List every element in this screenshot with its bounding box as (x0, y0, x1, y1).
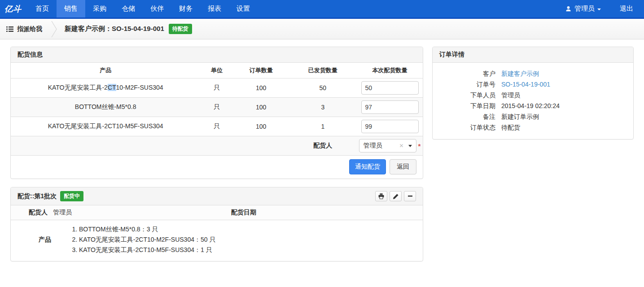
notify-dispatch-button[interactable]: 通知配货 (349, 159, 386, 174)
user-menu[interactable]: 管理员 (558, 0, 608, 17)
batch-status-badge: 配货中 (60, 191, 83, 201)
dispatch-table-header: 产品 单位 订单数量 已发货数量 本次配货数量 (11, 63, 423, 78)
batch-product-item: KATO无尾安装工具-2CT10-M2F-SUS304：50 只 (79, 235, 215, 245)
right-column: 订单详情 客户新建客户示例订单号SO-15-04-19-001下单人员管理员下单… (432, 47, 634, 139)
order-field-row: 客户新建客户示例 (439, 68, 626, 79)
batch-meta-row: 配货人 管理员 配货日期 (11, 205, 423, 220)
batch-product-item: KATO无尾安装工具-2CT10-M5F-SUS304：1 只 (79, 245, 215, 255)
back-button[interactable]: 返回 (390, 159, 416, 174)
list-icon (6, 26, 13, 32)
shipped-qty-cell: 1 (289, 121, 357, 132)
nav-item-finance[interactable]: 财务 (171, 0, 200, 17)
field-label: 订单状态 (439, 122, 495, 133)
nav-item-reports[interactable]: 报表 (200, 0, 229, 17)
dispatch-buttons-row: 通知配货 返回 (11, 156, 423, 178)
batch-products-label: 产品 (11, 236, 51, 244)
column-header-unit: 单位 (200, 63, 233, 78)
field-label: 订单号 (439, 79, 495, 90)
batch-panel: 配货::第1批次 配货中 (10, 187, 423, 261)
page-title: 新建客户示例：SO-15-04-19-001 (65, 25, 164, 33)
order-field-row: 备注新建订单示例 (439, 111, 626, 122)
product-row: KATO无尾安装工具-2CT10-M2F-SUS304只10050 (11, 78, 423, 98)
column-header-ordered-qty: 订单数量 (233, 63, 289, 78)
clear-icon[interactable]: ✕ (399, 143, 404, 149)
qty-input[interactable] (361, 81, 419, 95)
nav-item-warehouse[interactable]: 仓储 (114, 0, 143, 17)
nav-item-home[interactable]: 首页 (28, 0, 57, 17)
field-value: 新建订单示例 (501, 111, 626, 122)
left-column: 配货信息 产品 单位 订单数量 已发货数量 本次配货数量 KATO无尾安装工具-… (10, 47, 423, 261)
product-name-cell: KATO无尾安装工具-2CT10-M5F-SUS304 (11, 121, 200, 132)
logout-button[interactable]: 退出 (608, 0, 644, 17)
order-field-row: 订单号SO-15-04-19-001 (439, 79, 626, 90)
order-field-row: 下单人员管理员 (439, 90, 626, 100)
column-header-shipped-qty: 已发货数量 (289, 63, 357, 78)
field-label: 备注 (439, 111, 495, 122)
dispatch-info-panel: 配货信息 产品 单位 订单数量 已发货数量 本次配货数量 KATO无尾安装工具-… (10, 47, 423, 179)
unit-cell: 只 (200, 82, 233, 94)
field-value: 2015-04-19 02:20:24 (501, 100, 626, 111)
order-field-row: 订单状态待配货 (439, 122, 626, 133)
dispatch-qty-cell (357, 118, 423, 135)
chevron-separator-icon (51, 20, 57, 38)
minus-icon (408, 196, 412, 197)
order-panel-title: 订单详情 (433, 47, 633, 63)
ordered-qty-cell: 100 (233, 102, 289, 113)
dispatch-rows: KATO无尾安装工具-2CT10-M2F-SUS304只10050BOTTOM丝… (11, 78, 423, 136)
assigned-to-me-link[interactable]: 指派给我 (6, 25, 42, 33)
required-asterisk: * (418, 142, 421, 150)
product-name-text: BOTTOM丝锥-M5*0.8 (75, 103, 136, 110)
batch-panel-title: 配货::第1批次 (18, 192, 57, 200)
field-value-link[interactable]: 新建客户示例 (501, 68, 626, 79)
field-label: 下单日期 (439, 100, 495, 111)
ordered-qty-cell: 100 (233, 121, 289, 132)
nav-items: 首页销售采购仓储伙伴财务报表设置 (28, 0, 258, 17)
nav-item-purchase[interactable]: 采购 (85, 0, 114, 17)
product-name-text: KATO无尾安装工具-2CT10-M5F-SUS304 (48, 122, 163, 130)
selected-text: CT (108, 84, 116, 91)
column-header-product: 产品 (11, 63, 200, 78)
picker-label: 配货人 (289, 142, 357, 150)
product-row: KATO无尾安装工具-2CT10-M5F-SUS304只1001 (11, 117, 423, 136)
chevron-down-icon (597, 9, 601, 10)
product-name-cell: KATO无尾安装工具-2CT10-M2F-SUS304 (11, 82, 200, 94)
navbar-right: 管理员 退出 (558, 0, 644, 17)
field-value: 管理员 (501, 90, 626, 100)
brand-logo[interactable]: 亿斗 (0, 0, 28, 17)
edit-button[interactable] (390, 191, 402, 201)
shipped-qty-cell: 3 (289, 102, 357, 113)
nav-item-settings[interactable]: 设置 (229, 0, 258, 17)
batch-products-list: BOTTOM丝锥-M5*0.8：3 只KATO无尾安装工具-2CT10-M2F-… (51, 224, 215, 255)
print-button[interactable] (375, 191, 387, 201)
pencil-icon (393, 194, 399, 199)
picker-row: 配货人 管理员 ✕ * (11, 136, 423, 156)
assigned-label: 指派给我 (17, 25, 42, 33)
collapse-button[interactable] (404, 191, 416, 201)
picker-select[interactable]: 管理员 ✕ (359, 139, 416, 152)
chevron-down-icon (408, 145, 412, 147)
shipped-qty-cell: 50 (289, 83, 357, 93)
nav-item-sales[interactable]: 销售 (57, 0, 85, 17)
main-content: 配货信息 产品 单位 订单数量 已发货数量 本次配货数量 KATO无尾安装工具-… (0, 39, 644, 261)
batch-date-label: 配货日期 (231, 209, 256, 217)
printer-icon (378, 193, 384, 199)
dispatch-panel-title: 配货信息 (11, 47, 423, 63)
order-fields: 客户新建客户示例订单号SO-15-04-19-001下单人员管理员下单日期201… (433, 63, 633, 139)
field-value-link[interactable]: SO-15-04-19-001 (501, 79, 626, 90)
qty-input[interactable] (361, 120, 419, 133)
batch-product-item: BOTTOM丝锥-M5*0.8：3 只 (79, 224, 215, 235)
nav-item-partners[interactable]: 伙伴 (143, 0, 171, 17)
picker-select-value: 管理员 (364, 142, 399, 150)
unit-cell: 只 (200, 121, 233, 132)
order-details-panel: 订单详情 客户新建客户示例订单号SO-15-04-19-001下单人员管理员下单… (432, 47, 634, 139)
product-name-text: KATO无尾安装工具-2 (48, 84, 108, 91)
product-name-text: 10-M2F-SUS304 (116, 84, 163, 91)
field-label: 下单人员 (439, 90, 495, 100)
user-label: 管理员 (574, 4, 595, 13)
top-navbar: 亿斗 首页销售采购仓储伙伴财务报表设置 管理员 退出 (0, 0, 644, 19)
order-field-row: 下单日期2015-04-19 02:20:24 (439, 100, 626, 111)
field-value: 待配货 (501, 122, 626, 133)
product-name-cell: BOTTOM丝锥-M5*0.8 (11, 101, 200, 113)
qty-input[interactable] (361, 100, 419, 114)
batch-tools (373, 191, 416, 201)
